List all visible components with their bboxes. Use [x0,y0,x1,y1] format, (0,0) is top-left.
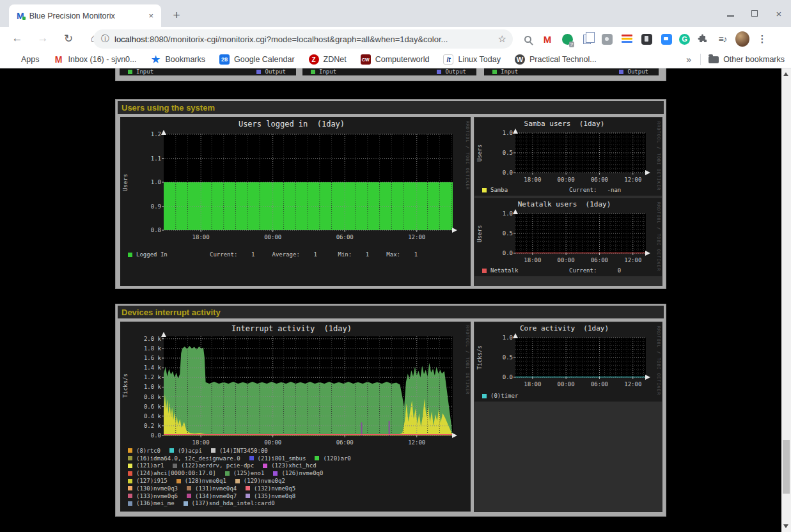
legend-input: Input [311,68,336,75]
legend-label: (0)timer [490,393,518,399]
samba-users-graph[interactable]: Samba users (1day)UsersRRDTOOL / TOBI OE… [474,118,662,196]
netatalk-users-graph[interactable]: Netatalk users (1day)UsersRRDTOOL / TOBI… [474,198,662,276]
bookmark-item-lt[interactable]: ltLinux Today [443,54,501,65]
library-icon[interactable] [620,32,634,46]
gmail-icon[interactable]: M [540,32,554,46]
partial-graph-cell-3[interactable]: InputOutput [484,68,659,75]
bookmarks-overflow-icon[interactable]: » [686,54,691,65]
legend-swatch [169,448,174,453]
gray-extension-icon[interactable] [600,32,614,46]
bookmark-item-gmail[interactable]: MInbox (16) - sjvn0... [54,54,137,65]
y-tick-label: 1.0 [487,130,513,136]
partial-graph-cell-1[interactable]: InputOutput [120,68,296,75]
y-tick-label: 1.4 k [136,364,161,371]
x-tick-label: 06:00 [586,381,612,387]
legend-label: (128)nvme0q1 [185,478,226,484]
wp-icon: W [515,54,525,65]
bookmark-item-apps[interactable]: Apps [6,54,40,65]
y-tick-label: 0.0 [487,250,513,256]
dark-extension-icon[interactable] [639,32,654,46]
scroll-down-arrow[interactable] [783,524,788,528]
scrollbar-thumb[interactable] [783,440,790,494]
legend-label: Netatalk [490,267,518,274]
legend-swatch [311,70,315,74]
browser-menu-icon[interactable]: ⋮ [755,32,769,46]
y-axis-label: Users [476,214,483,253]
bookmark-item-star[interactable]: ★Bookmarks [151,54,206,65]
y-tick-label: 1.0 k [136,384,161,390]
legend-label: (8)rtc0 [136,448,161,454]
legend-input: Input [128,68,153,75]
close-button[interactable]: × [772,6,786,20]
legend-swatch [173,464,177,468]
calendar-icon: 28 [219,54,230,65]
legend-label: (123)xhci_hcd [271,462,316,469]
legend-item: (8)rtc0 [128,448,161,454]
page-info-icon[interactable]: ⓘ [101,33,109,45]
bookmark-label: ZDNet [324,55,347,64]
x-tick-label: 00:00 [260,234,286,240]
legend-swatch [128,486,132,490]
bookmark-item-wp[interactable]: WPractical Technol... [515,54,597,65]
y-tick-label: 2.0 k [136,336,161,342]
legend-label: (126)nvme0q0 [281,470,323,476]
x-tick-label: 18:00 [188,234,214,240]
profile-avatar[interactable] [735,32,749,46]
y-tick-label: 0.5 [487,150,513,156]
bookmark-item-calendar[interactable]: 28Google Calendar [219,54,295,65]
media-playlist-icon[interactable]: ≡♪ [716,32,730,46]
legend-label: (131)nvme0q4 [195,485,237,492]
legend-label: (134)nvme0q7 [195,493,237,499]
maximize-button[interactable] [748,6,762,20]
tab-close-icon[interactable]: × [146,10,156,22]
other-bookmarks[interactable]: Other bookmarks [723,55,785,64]
x-tick-label: 06:00 [586,176,612,183]
grammarly-icon[interactable]: G [679,34,690,45]
legend-item: (123)xhci_hcd [263,462,316,469]
y-tick-label: 0.8 k [136,394,161,400]
scroll-up-arrow[interactable] [783,72,788,76]
legend-label: (135)nvme0q8 [254,493,295,499]
chart-legend: (8)rtc0(9)acpi(14)INT3450:00(16)idma64.0… [128,447,463,507]
bookmark-item-zdnet[interactable]: ZZDNet [309,54,347,65]
bookmark-item-cw[interactable]: CWComputerworld [361,54,430,65]
legend-swatch [128,479,132,483]
forward-button[interactable]: → [33,29,52,48]
back-button[interactable]: ← [8,29,27,48]
search-icon[interactable] [521,32,535,46]
new-tab-button[interactable]: + [168,6,185,24]
legend-item: (132)nvme0q5 [246,485,295,492]
y-tick-label: 0.4 k [136,413,161,419]
x-tick-label: 00:00 [553,257,579,263]
address-bar[interactable]: ⓘ localhost:8080/monitorix-cgi/monitorix… [93,29,513,49]
copy-pages-icon[interactable] [580,32,594,46]
legend-item: (124)ahci[0000:00:17.0] [128,470,216,476]
gmail-icon: M [54,54,64,65]
bookmark-star-icon[interactable]: ☆ [498,33,506,45]
partial-graph-cell-2[interactable]: InputOutput [302,68,476,75]
legend-item: (120)ar0 [315,455,350,462]
legend-row: (16)idma64.0, i2c_designware.0(21)i801_s… [128,455,463,462]
legend-item: (134)nvme0q7 [187,493,237,499]
bookmark-label: Inbox (16) - sjvn0... [68,55,137,64]
window-controls: × [723,6,786,20]
legend-row: (133)nvme0q6(134)nvme0q7(135)nvme0q8 [128,492,463,500]
core-activity-graph[interactable]: Core activity (1day)Ticks/sRRDTOOL / TOB… [474,322,662,402]
legend-item: (133)nvme0q6 [128,493,178,499]
zoom-icon[interactable] [659,32,673,46]
minimize-button[interactable] [723,6,737,20]
legend-item: (137)snd_hda_intel:card0 [184,500,275,506]
scrollbar[interactable] [781,68,791,532]
legend-swatch [437,70,441,74]
browser-tab[interactable]: M Blue Precision Monitorix × [9,4,161,27]
interrupt-activity-graph[interactable]: Interrupt activity (1day)Ticks/sRRDTOOL … [120,322,471,512]
extensions-puzzle-icon[interactable] [696,32,710,46]
users-logged-in-graph[interactable]: Users logged in (1day)UsersRRDTOOL / TOB… [120,117,471,286]
legend-label: (133)nvme0q6 [136,493,178,499]
reload-button[interactable]: ↻ [59,29,78,48]
legend-label: (9)acpi [178,448,202,454]
chart-title: Samba users (1day) [474,120,654,128]
google-voice-icon[interactable] [560,32,574,46]
bookmarks-list: AppsMInbox (16) - sjvn0...★Bookmarks28Go… [6,54,611,65]
browser-toolbar: ← → ↻ ⌂ ⓘ localhost:8080/monitorix-cgi/m… [0,27,791,51]
